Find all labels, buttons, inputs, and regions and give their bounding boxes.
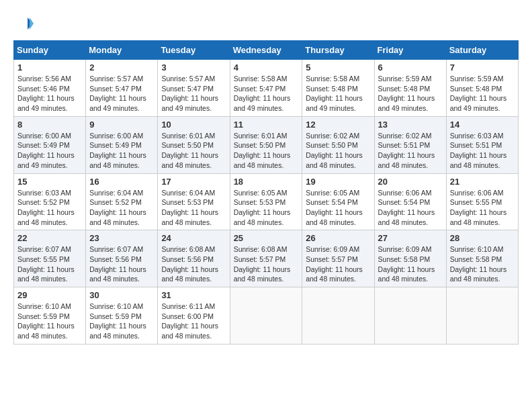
page-header: [13, 13, 519, 34]
day-detail: Sunrise: 5:57 AMSunset: 5:47 PMDaylight:…: [161, 75, 218, 112]
day-detail: Sunrise: 6:10 AMSunset: 5:58 PMDaylight:…: [450, 245, 507, 283]
day-detail: Sunrise: 5:56 AMSunset: 5:46 PMDaylight:…: [17, 75, 75, 112]
calendar-day-cell: [302, 287, 374, 345]
calendar-day-cell: 19Sunrise: 6:05 AMSunset: 5:54 PMDayligh…: [302, 173, 374, 230]
calendar-day-cell: 24Sunrise: 6:08 AMSunset: 5:56 PMDayligh…: [158, 230, 230, 287]
day-detail: Sunrise: 6:04 AMSunset: 5:52 PMDaylight:…: [89, 189, 146, 226]
day-detail: Sunrise: 6:05 AMSunset: 5:53 PMDaylight:…: [234, 189, 291, 226]
day-number: 19: [306, 177, 370, 187]
day-number: 13: [378, 120, 443, 130]
calendar-header-row: SundayMondayTuesdayWednesdayThursdayFrid…: [14, 41, 519, 60]
calendar-weekday-header: Thursday: [302, 41, 374, 60]
calendar-weekday-header: Friday: [374, 41, 446, 60]
calendar-day-cell: 1Sunrise: 5:56 AMSunset: 5:46 PMDaylight…: [14, 60, 86, 117]
day-detail: Sunrise: 6:02 AMSunset: 5:51 PMDaylight:…: [378, 132, 435, 169]
calendar-day-cell: 12Sunrise: 6:02 AMSunset: 5:50 PMDayligh…: [302, 116, 374, 173]
day-number: 14: [450, 120, 515, 130]
day-detail: Sunrise: 6:05 AMSunset: 5:54 PMDaylight:…: [306, 189, 363, 226]
day-detail: Sunrise: 6:10 AMSunset: 5:59 PMDaylight:…: [89, 302, 146, 340]
calendar-day-cell: [446, 287, 518, 345]
calendar-day-cell: 18Sunrise: 6:05 AMSunset: 5:53 PMDayligh…: [230, 173, 302, 230]
day-number: 9: [89, 120, 154, 130]
day-number: 20: [378, 177, 443, 187]
day-detail: Sunrise: 6:08 AMSunset: 5:57 PMDaylight:…: [234, 245, 291, 283]
calendar-day-cell: 5Sunrise: 5:58 AMSunset: 5:48 PMDaylight…: [302, 60, 374, 117]
calendar-day-cell: 20Sunrise: 6:06 AMSunset: 5:54 PMDayligh…: [374, 173, 446, 230]
calendar-weekday-header: Sunday: [14, 41, 86, 60]
calendar-day-cell: 13Sunrise: 6:02 AMSunset: 5:51 PMDayligh…: [374, 116, 446, 173]
day-number: 2: [89, 62, 154, 73]
day-number: 15: [17, 177, 82, 187]
day-detail: Sunrise: 6:10 AMSunset: 5:59 PMDaylight:…: [17, 302, 75, 340]
calendar-week-row: 15Sunrise: 6:03 AMSunset: 5:52 PMDayligh…: [14, 173, 519, 230]
day-detail: Sunrise: 6:01 AMSunset: 5:50 PMDaylight:…: [161, 132, 218, 169]
day-detail: Sunrise: 6:08 AMSunset: 5:56 PMDaylight:…: [161, 245, 218, 283]
calendar-day-cell: 2Sunrise: 5:57 AMSunset: 5:47 PMDaylight…: [86, 60, 158, 117]
day-detail: Sunrise: 6:00 AMSunset: 5:49 PMDaylight:…: [89, 132, 146, 169]
day-number: 12: [306, 120, 370, 130]
calendar-weekday-header: Wednesday: [230, 41, 302, 60]
calendar-day-cell: 11Sunrise: 6:01 AMSunset: 5:50 PMDayligh…: [230, 116, 302, 173]
calendar-day-cell: [230, 287, 302, 345]
day-detail: Sunrise: 6:07 AMSunset: 5:56 PMDaylight:…: [89, 245, 146, 283]
logo-icon: [13, 13, 34, 34]
day-number: 26: [306, 233, 370, 243]
day-number: 21: [450, 177, 515, 187]
calendar-day-cell: 30Sunrise: 6:10 AMSunset: 5:59 PMDayligh…: [86, 287, 158, 345]
day-number: 18: [234, 177, 299, 187]
calendar-day-cell: 4Sunrise: 5:58 AMSunset: 5:47 PMDaylight…: [230, 60, 302, 117]
calendar-day-cell: 3Sunrise: 5:57 AMSunset: 5:47 PMDaylight…: [158, 60, 230, 117]
calendar-weekday-header: Monday: [86, 41, 158, 60]
calendar-week-row: 1Sunrise: 5:56 AMSunset: 5:46 PMDaylight…: [14, 60, 519, 117]
day-detail: Sunrise: 5:57 AMSunset: 5:47 PMDaylight:…: [89, 75, 146, 112]
day-number: 10: [161, 120, 226, 130]
day-number: 4: [234, 62, 299, 73]
day-number: 28: [450, 233, 515, 243]
calendar-day-cell: [374, 287, 446, 345]
calendar-day-cell: 21Sunrise: 6:06 AMSunset: 5:55 PMDayligh…: [446, 173, 518, 230]
day-detail: Sunrise: 6:03 AMSunset: 5:51 PMDaylight:…: [450, 132, 507, 169]
day-number: 16: [89, 177, 154, 187]
calendar-day-cell: 25Sunrise: 6:08 AMSunset: 5:57 PMDayligh…: [230, 230, 302, 287]
day-detail: Sunrise: 5:58 AMSunset: 5:48 PMDaylight:…: [306, 75, 363, 112]
calendar-day-cell: 7Sunrise: 5:59 AMSunset: 5:48 PMDaylight…: [446, 60, 518, 117]
day-detail: Sunrise: 6:03 AMSunset: 5:52 PMDaylight:…: [17, 189, 75, 226]
day-number: 5: [306, 62, 370, 73]
day-number: 17: [161, 177, 226, 187]
calendar-day-cell: 10Sunrise: 6:01 AMSunset: 5:50 PMDayligh…: [158, 116, 230, 173]
day-detail: Sunrise: 6:06 AMSunset: 5:55 PMDaylight:…: [450, 189, 507, 226]
calendar-day-cell: 29Sunrise: 6:10 AMSunset: 5:59 PMDayligh…: [14, 287, 86, 345]
day-number: 25: [234, 233, 299, 243]
day-number: 11: [234, 120, 299, 130]
calendar-day-cell: 16Sunrise: 6:04 AMSunset: 5:52 PMDayligh…: [86, 173, 158, 230]
calendar-day-cell: 23Sunrise: 6:07 AMSunset: 5:56 PMDayligh…: [86, 230, 158, 287]
calendar-weekday-header: Tuesday: [158, 41, 230, 60]
calendar-week-row: 8Sunrise: 6:00 AMSunset: 5:49 PMDaylight…: [14, 116, 519, 173]
day-detail: Sunrise: 6:04 AMSunset: 5:53 PMDaylight:…: [161, 189, 218, 226]
calendar-day-cell: 15Sunrise: 6:03 AMSunset: 5:52 PMDayligh…: [14, 173, 86, 230]
calendar-day-cell: 22Sunrise: 6:07 AMSunset: 5:55 PMDayligh…: [14, 230, 86, 287]
day-detail: Sunrise: 6:06 AMSunset: 5:54 PMDaylight:…: [378, 189, 435, 226]
day-detail: Sunrise: 5:58 AMSunset: 5:47 PMDaylight:…: [234, 75, 291, 112]
logo: [13, 13, 36, 34]
calendar-day-cell: 17Sunrise: 6:04 AMSunset: 5:53 PMDayligh…: [158, 173, 230, 230]
day-detail: Sunrise: 5:59 AMSunset: 5:48 PMDaylight:…: [378, 75, 435, 112]
calendar-day-cell: 31Sunrise: 6:11 AMSunset: 6:00 PMDayligh…: [158, 287, 230, 345]
day-detail: Sunrise: 6:00 AMSunset: 5:49 PMDaylight:…: [17, 132, 75, 169]
calendar-day-cell: 8Sunrise: 6:00 AMSunset: 5:49 PMDaylight…: [14, 116, 86, 173]
calendar-day-cell: 14Sunrise: 6:03 AMSunset: 5:51 PMDayligh…: [446, 116, 518, 173]
day-number: 8: [17, 120, 82, 130]
calendar-week-row: 22Sunrise: 6:07 AMSunset: 5:55 PMDayligh…: [14, 230, 519, 287]
calendar-day-cell: 28Sunrise: 6:10 AMSunset: 5:58 PMDayligh…: [446, 230, 518, 287]
day-detail: Sunrise: 6:01 AMSunset: 5:50 PMDaylight:…: [234, 132, 291, 169]
calendar-table: SundayMondayTuesdayWednesdayThursdayFrid…: [13, 40, 519, 345]
calendar-day-cell: 26Sunrise: 6:09 AMSunset: 5:57 PMDayligh…: [302, 230, 374, 287]
calendar-day-cell: 6Sunrise: 5:59 AMSunset: 5:48 PMDaylight…: [374, 60, 446, 117]
calendar-day-cell: 9Sunrise: 6:00 AMSunset: 5:49 PMDaylight…: [86, 116, 158, 173]
day-detail: Sunrise: 6:09 AMSunset: 5:58 PMDaylight:…: [378, 245, 435, 283]
calendar-day-cell: 27Sunrise: 6:09 AMSunset: 5:58 PMDayligh…: [374, 230, 446, 287]
day-detail: Sunrise: 6:11 AMSunset: 6:00 PMDaylight:…: [161, 302, 218, 340]
svg-marker-1: [30, 17, 34, 30]
day-number: 23: [89, 233, 154, 243]
calendar-weekday-header: Saturday: [446, 41, 518, 60]
